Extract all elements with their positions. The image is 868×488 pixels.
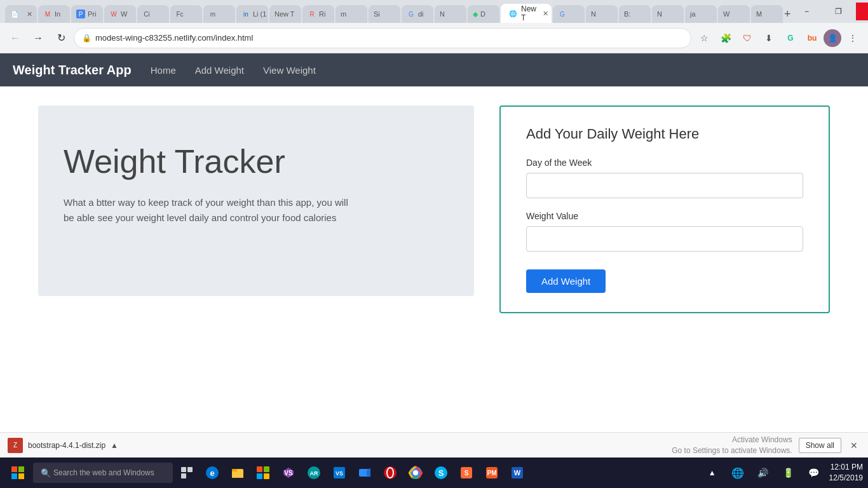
download-chevron-icon[interactable]: ▲: [111, 441, 118, 450]
system-clock[interactable]: 12:01 PM 12/5/2019: [829, 462, 863, 484]
skype-icon[interactable]: S: [430, 461, 452, 484]
close-button[interactable]: ✕: [856, 3, 868, 20]
browser-tab[interactable]: New T: [269, 5, 301, 23]
forward-button[interactable]: →: [28, 28, 48, 48]
browser-tab[interactable]: M: [751, 5, 783, 23]
browser-tab[interactable]: m: [336, 5, 367, 23]
active-tab[interactable]: 🌐 New T ✕: [501, 4, 552, 23]
browser-tab[interactable]: P Pri: [71, 5, 103, 23]
battery-icon[interactable]: 🔋: [778, 463, 799, 483]
browser-tab[interactable]: in Li (1: [236, 5, 268, 23]
refresh-button[interactable]: ↻: [51, 28, 71, 48]
grammarly-icon[interactable]: G: [780, 28, 801, 48]
bitly-icon[interactable]: bu: [802, 28, 822, 48]
browser-navigation-bar: ← → ↻ 🔒 modest-wing-c83255.netlify.com/i…: [0, 23, 868, 53]
show-hidden-icons[interactable]: ▲: [702, 463, 722, 483]
browser-tab[interactable]: Ci: [137, 5, 169, 23]
volume-icon[interactable]: 🔊: [753, 463, 773, 483]
tab-close-icon[interactable]: ✕: [24, 9, 34, 19]
weight-input[interactable]: [526, 226, 803, 252]
nav-add-weight[interactable]: Add Weight: [195, 65, 244, 76]
zip-icon: Z: [8, 438, 23, 453]
tab-favicon: R: [308, 10, 316, 18]
tab-label: D: [480, 10, 485, 18]
browser-tab[interactable]: G di: [402, 5, 433, 23]
network-icon[interactable]: 🌐: [728, 463, 748, 483]
tab-close-icon[interactable]: ✕: [540, 8, 550, 18]
browser-tab[interactable]: W W: [104, 5, 136, 23]
tab-favicon: G: [558, 10, 567, 18]
browser-tab[interactable]: ◆ D: [468, 5, 499, 23]
tab-label: B:: [624, 10, 630, 18]
svg-text:VS: VS: [284, 470, 293, 477]
svg-rect-13: [264, 466, 269, 472]
start-button[interactable]: [5, 460, 31, 485]
browser-tab[interactable]: M In: [38, 5, 70, 23]
browser-tab[interactable]: m: [203, 5, 235, 23]
browser-tab[interactable]: N: [435, 5, 466, 23]
nav-home[interactable]: Home: [151, 65, 176, 76]
svg-text:VS: VS: [336, 470, 343, 477]
bookmark-icon[interactable]: ☆: [694, 28, 714, 48]
tab-label: Pri: [88, 10, 96, 18]
main-area: Weight Tracker What a btter way to keep …: [0, 86, 868, 332]
minimize-button[interactable]: −: [792, 3, 822, 20]
browser-tab[interactable]: B:: [619, 5, 651, 23]
tab-favicon: ◆: [473, 10, 478, 18]
store-icon[interactable]: [252, 461, 275, 484]
browser-tab[interactable]: W: [718, 5, 750, 23]
browser-tab[interactable]: Fc: [170, 5, 202, 23]
notification-icon[interactable]: 💬: [804, 463, 824, 483]
adblock-icon[interactable]: 🛡: [737, 28, 757, 48]
add-weight-button[interactable]: Add Weight: [526, 269, 606, 293]
chrome-icon[interactable]: [404, 461, 427, 484]
tab-label: ja: [690, 10, 696, 18]
back-button[interactable]: ←: [5, 28, 25, 48]
tab-label: New T: [521, 4, 536, 22]
download-icon[interactable]: ⬇: [759, 28, 779, 48]
supernova-icon[interactable]: S: [455, 461, 478, 484]
download-bar: Z bootstrap-4.4.1-dist.zip ▲ Activate Wi…: [0, 432, 868, 458]
postman-icon[interactable]: PM: [480, 461, 503, 484]
user-avatar[interactable]: 👤: [824, 29, 841, 47]
day-field-group: Day of the Week: [526, 158, 803, 198]
new-tab-button[interactable]: +: [784, 5, 791, 23]
nav-view-weight[interactable]: View Weight: [263, 65, 316, 76]
svg-text:S: S: [438, 468, 444, 478]
vscode-icon[interactable]: VS: [328, 461, 351, 484]
opera-icon[interactable]: [379, 461, 402, 484]
browser-tab[interactable]: N: [586, 5, 618, 23]
tab-favicon: m: [208, 10, 217, 18]
taskbar-search-bar[interactable]: 🔍 Search the web and Windows: [33, 463, 173, 483]
tab-favicon: 📄: [10, 10, 19, 18]
app-navbar: Weight Tracker App Home Add Weight View …: [0, 53, 868, 86]
browser-tab[interactable]: R Ri: [302, 5, 334, 23]
address-bar[interactable]: 🔒 modest-wing-c83255.netlify.com/index.h…: [74, 28, 691, 48]
browser-tab[interactable]: Si: [369, 5, 400, 23]
file-explorer-icon[interactable]: [226, 461, 249, 484]
menu-icon[interactable]: ⋮: [843, 28, 863, 48]
tab-label: M: [756, 10, 762, 18]
browser-tab[interactable]: ja: [685, 5, 717, 23]
window-controls: − ❐ ✕: [792, 3, 868, 23]
browser-tab[interactable]: N: [652, 5, 684, 23]
taskbar: 🔍 Search the web and Windows e: [0, 458, 868, 488]
zoom-icon[interactable]: [353, 461, 376, 484]
edge-icon[interactable]: e: [201, 461, 224, 484]
browser-tab[interactable]: G: [553, 5, 585, 23]
restore-button[interactable]: ❐: [824, 3, 853, 20]
extensions-icon[interactable]: 🧩: [715, 28, 736, 48]
word-icon[interactable]: W: [506, 461, 529, 484]
visual-studio-icon[interactable]: VS: [277, 461, 300, 484]
tab-label: di: [418, 10, 424, 18]
download-bar-close-icon[interactable]: ✕: [848, 438, 860, 453]
arduino-icon[interactable]: AR: [302, 461, 325, 484]
task-view-button[interactable]: [175, 461, 198, 484]
svg-rect-6: [181, 473, 186, 478]
svg-rect-4: [181, 467, 186, 472]
tab-favicon: 🌐: [508, 9, 517, 18]
browser-tab[interactable]: 📄 New T ✕: [5, 5, 37, 23]
show-all-button[interactable]: Show all: [799, 438, 841, 453]
tab-label: N: [440, 10, 445, 18]
day-input[interactable]: [526, 173, 803, 198]
